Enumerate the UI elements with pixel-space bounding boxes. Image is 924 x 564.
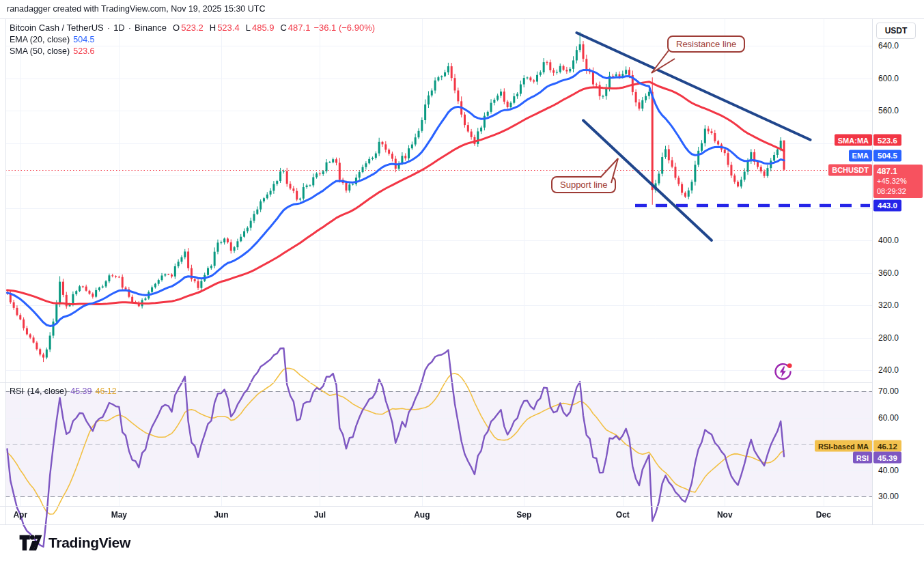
month-axis-label: Aug (414, 510, 430, 520)
time-axis[interactable]: AprMayJunJulAugSepOctNovDec (0, 506, 924, 524)
month-axis-label: Apr (13, 510, 27, 520)
close-letter: C (280, 23, 286, 33)
support-line-callout[interactable]: Support line (551, 176, 616, 193)
rsi-tick-label: 60.00 (878, 413, 899, 423)
exchange-label[interactable]: Binance (135, 23, 167, 33)
rsi-ma-axis-tag: RSI-based MA (815, 440, 872, 452)
rsi-value: 45.39 (70, 386, 92, 396)
change-value: −36.1 (−6.90%) (313, 23, 375, 33)
open-letter: O (173, 23, 180, 33)
price-tick-label: 560.0 (878, 106, 899, 115)
rsi-tick-label: 30.00 (878, 492, 899, 501)
ema-indicator-label[interactable]: EMA (20, close) (10, 34, 70, 45)
month-axis-label: Dec (816, 510, 831, 520)
last-price-axis-box: 487.1 +45.32% 08:29:32 (873, 165, 923, 199)
rsi-indicator-params: (14, close) (27, 386, 67, 396)
tradingview-logomark (19, 533, 42, 552)
bar-close-countdown: 08:29:32 (877, 186, 919, 197)
price-tick-label: 280.0 (878, 333, 899, 343)
rsi-tick-label: 70.00 (878, 386, 899, 396)
tradingview-logo[interactable]: TradingView (19, 533, 130, 552)
symbol-title[interactable]: Bitcoin Cash / TetherUS (10, 23, 104, 33)
close-value: 487.1 (288, 23, 311, 33)
rsi-legend: RSI (14, close) 45.39 46.12 (10, 386, 117, 396)
resistance-line-callout[interactable]: Resistance line (667, 36, 745, 53)
month-axis-label: Nov (717, 510, 733, 520)
sma-indicator-label[interactable]: SMA (50, close) (10, 46, 70, 57)
flash-alert-icon[interactable] (773, 362, 793, 382)
low-value: 485.9 (252, 23, 275, 33)
ema-indicator-value: 504.5 (73, 34, 94, 45)
last-price-change-pct: +45.32% (877, 176, 919, 186)
month-axis-label: Jul (314, 510, 326, 520)
price-tick-label: 320.0 (878, 300, 899, 310)
price-chart-canvas[interactable] (0, 0, 924, 564)
tradingview-chart-page: { "header": { "credit": "ranadagger crea… (0, 0, 924, 564)
support-level-axis-value: 443.0 (873, 199, 901, 211)
high-letter: H (210, 23, 216, 33)
tradingview-wordmark: TradingView (48, 535, 130, 551)
main-chart-legend: Bitcoin Cash / TetherUS · 1D · Binance O… (10, 23, 375, 57)
open-value: 523.2 (181, 23, 204, 33)
rsi-tick-label: 40.00 (878, 466, 899, 475)
price-tick-label: 360.0 (878, 268, 899, 278)
last-price-value: 487.1 (877, 167, 919, 177)
ema-axis-tag: EMA (849, 150, 872, 161)
callout-tail (584, 156, 625, 184)
rsi-axis-tag: RSI (853, 452, 872, 464)
symbol-axis-tag: BCHUSDT (828, 164, 872, 175)
price-tick-label: 640.0 (878, 41, 899, 51)
header-credit: ranadagger created with TradingView.com,… (7, 4, 265, 14)
month-axis-label: May (111, 510, 127, 520)
legend-separator: · (107, 23, 110, 33)
sma-axis-value: 523.6 (873, 135, 901, 146)
rsi-indicator-title[interactable]: RSI (10, 386, 24, 396)
price-tick-label: 240.0 (878, 365, 899, 375)
month-axis-label: Sep (516, 510, 531, 520)
low-letter: L (246, 23, 251, 33)
price-tick-label: 600.0 (878, 74, 899, 83)
ema-axis-value: 504.5 (873, 150, 901, 161)
sma-indicator-value: 523.6 (73, 46, 94, 57)
rsi-axis-value: 45.39 (873, 452, 901, 464)
rsi-ma-axis-value: 46.12 (873, 440, 901, 452)
interval-label[interactable]: 1D (113, 23, 125, 33)
legend-separator: · (128, 23, 131, 33)
sma-axis-tag: SMA:MA (835, 135, 872, 146)
callout-tail (641, 44, 675, 79)
currency-toggle-button[interactable]: USDT (876, 23, 916, 39)
price-tick-label: 400.0 (878, 236, 899, 245)
month-axis-label: Jun (214, 510, 228, 520)
resistance-callout-text: Resistance line (667, 36, 745, 53)
high-value: 523.4 (217, 23, 240, 33)
month-axis-label: Oct (616, 510, 630, 520)
rsi-ma-value: 46.12 (95, 386, 116, 396)
